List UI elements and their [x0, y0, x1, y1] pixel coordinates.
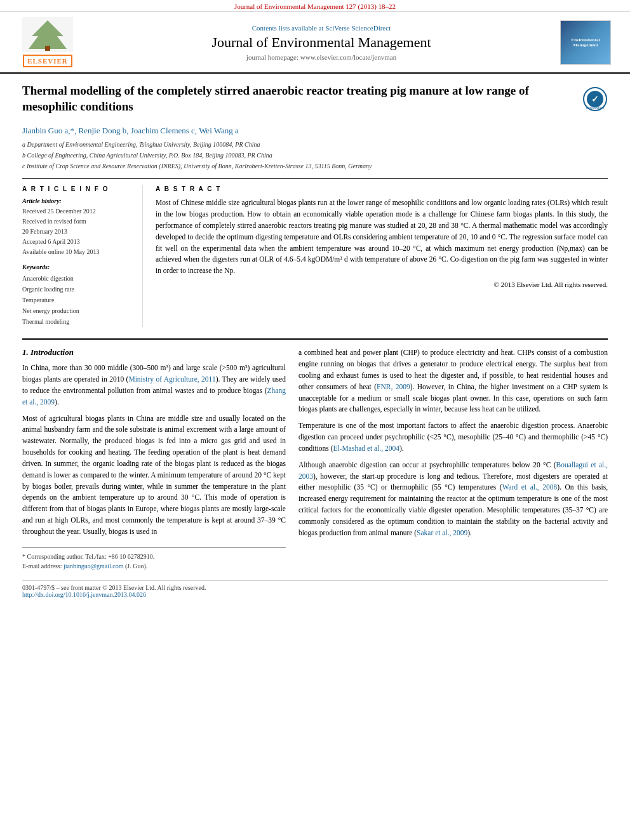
- article-title: Thermal modelling of the completely stir…: [22, 83, 573, 114]
- ref-sakar[interactable]: Sakar et al., 2009: [417, 529, 467, 537]
- article-info-heading: A R T I C L E I N F O: [22, 185, 133, 192]
- keywords-list: Anaerobic digestion Organic loading rate…: [22, 273, 133, 327]
- journal-title-section: Contents lists available at SciVerse Sci…: [89, 24, 554, 61]
- right-para-3: Although anaerobic digestion can occur a…: [298, 460, 608, 539]
- ref-ministry[interactable]: Ministry of Agriculture, 2011: [128, 375, 215, 383]
- intro-para-2: Most of agricultural biogas plants in Ch…: [22, 413, 286, 538]
- affiliation-b: b College of Engineering, China Agricult…: [22, 150, 608, 160]
- authors-line: Jianbin Guo a,*, Renjie Dong b, Joachim …: [22, 126, 608, 136]
- publisher-logo-section: ELSEVIER: [13, 17, 83, 67]
- keywords-label: Keywords:: [22, 263, 133, 270]
- email-link[interactable]: jianbinguo@gmail.com: [64, 563, 123, 570]
- journal-homepage-url: journal homepage: www.elsevier.com/locat…: [89, 53, 554, 61]
- keyword-3: Temperature: [22, 295, 133, 305]
- body-section: 1. Introduction In China, more than 30 0…: [22, 338, 608, 570]
- keyword-1: Anaerobic digestion: [22, 273, 133, 284]
- journal-main-title: Journal of Environmental Management: [89, 34, 554, 51]
- footnote-email: E-mail address: jianbinguo@gmail.com (J.…: [22, 561, 286, 571]
- ref-fnr[interactable]: FNR, 2009: [377, 383, 410, 390]
- sciverse-name[interactable]: SciVerse ScienceDirect: [325, 24, 391, 32]
- journal-cover-image: EnvironmentalManagement: [560, 20, 611, 65]
- affiliations-section: a Department of Environmental Engineerin…: [22, 140, 608, 171]
- date-received: Received 25 December 2012: [22, 206, 133, 217]
- ref-ward[interactable]: Ward et al., 2008: [502, 483, 558, 491]
- info-abstract-section: A R T I C L E I N F O Article history: R…: [22, 185, 608, 327]
- article-dates: Received 25 December 2012 Received in re…: [22, 206, 133, 257]
- journal-citation-bar: Journal of Environmental Management 127 …: [0, 0, 630, 12]
- copyright-line: © 2013 Elsevier Ltd. All rights reserved…: [156, 281, 608, 288]
- ref-zhang[interactable]: Zhang et al., 2009: [22, 387, 286, 406]
- email-name: (J. Guo).: [125, 563, 147, 570]
- abstract-panel: A B S T R A C T Most of Chinese middle s…: [156, 185, 608, 327]
- footer-issn: 0301-4797/$ – see front matter © 2013 El…: [22, 584, 608, 591]
- journal-citation-text: Journal of Environmental Management 127 …: [234, 3, 396, 10]
- elsevier-label: ELSEVIER: [23, 55, 72, 67]
- abstract-heading: A B S T R A C T: [156, 185, 608, 192]
- left-column: 1. Introduction In China, more than 30 0…: [22, 347, 286, 570]
- date-online: Available online 10 May 2013: [22, 247, 133, 257]
- journal-cover-section: EnvironmentalManagement: [560, 20, 617, 65]
- header-divider: [22, 178, 608, 179]
- abstract-text: Most of Chinese middle size agricultural…: [156, 197, 608, 277]
- intro-para-1: In China, more than 30 000 middle (300–5…: [22, 363, 286, 408]
- affiliation-a: a Department of Environmental Engineerin…: [22, 140, 608, 149]
- right-para-1: a combined heat and power plant (CHP) to…: [298, 347, 608, 415]
- right-column: a combined heat and power plant (CHP) to…: [298, 347, 608, 570]
- keyword-2: Organic loading rate: [22, 284, 133, 295]
- sciverse-link[interactable]: Contents lists available at SciVerse Sci…: [89, 24, 554, 32]
- history-label: Article history:: [22, 197, 133, 204]
- keyword-5: Thermal modeling: [22, 316, 133, 327]
- footer-bar: 0301-4797/$ – see front matter © 2013 El…: [22, 580, 608, 598]
- ref-elmashad[interactable]: El-Mashad et al., 2004: [333, 444, 399, 452]
- footnote-section: * Corresponding author. Tel./fax: +86 10…: [22, 547, 286, 571]
- article-info-panel: A R T I C L E I N F O Article history: R…: [22, 185, 143, 327]
- article-title-section: Thermal modelling of the completely stir…: [22, 83, 608, 119]
- date-revised-label: Received in revised form: [22, 217, 133, 227]
- keywords-section: Keywords: Anaerobic digestion Organic lo…: [22, 263, 133, 327]
- footer-doi[interactable]: http://dx.doi.org/10.1016/j.jenvman.2013…: [22, 591, 608, 598]
- email-label: E-mail address:: [22, 563, 64, 570]
- footnote-corresponding: * Corresponding author. Tel./fax: +86 10…: [22, 552, 286, 561]
- svg-text:CrossMark: CrossMark: [586, 106, 605, 110]
- date-accepted: Accepted 6 April 2013: [22, 237, 133, 247]
- svg-rect-2: [45, 46, 50, 51]
- main-content: Thermal modelling of the completely stir…: [0, 74, 630, 608]
- ref-bouallagui[interactable]: Bouallagui et al., 2003: [298, 461, 608, 480]
- introduction-heading: 1. Introduction: [22, 347, 286, 357]
- crossmark-logo: ✓ CrossMark: [582, 86, 608, 112]
- journal-header: ELSEVIER Contents lists available at Sci…: [0, 12, 630, 74]
- affiliation-c: c Institute of Crop Science and Resource…: [22, 161, 608, 171]
- right-para-2: Temperature is one of the most important…: [298, 420, 608, 454]
- date-revised: 20 February 2013: [22, 227, 133, 237]
- contents-text: Contents lists available at: [252, 24, 324, 32]
- svg-text:✓: ✓: [591, 95, 599, 104]
- elsevier-tree-icon: [22, 17, 73, 52]
- keyword-4: Net energy production: [22, 305, 133, 316]
- doi-link[interactable]: http://dx.doi.org/10.1016/j.jenvman.2013…: [22, 591, 146, 598]
